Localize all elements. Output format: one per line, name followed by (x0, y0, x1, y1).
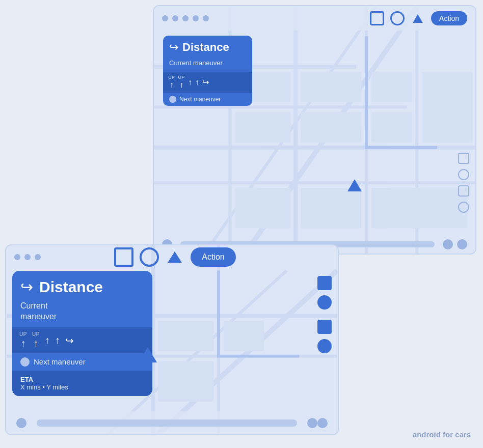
small-map-marker (139, 347, 157, 362)
b-dot-3 (457, 239, 467, 249)
small-b-dot-2 (307, 418, 317, 428)
svg-rect-16 (371, 112, 412, 143)
lane-3: ↑ (188, 77, 192, 87)
large-screen-top-bar: Action (154, 6, 475, 31)
small-bottom-bar-center (37, 419, 297, 427)
small-screen-bottom-bar (6, 411, 338, 434)
lane-4-arrow: ↑ (195, 78, 199, 87)
nav-large-next: Next maneuver (12, 353, 152, 371)
lane-1: UP ↑ (168, 75, 175, 90)
svg-rect-30 (224, 321, 264, 351)
s-dot-1 (14, 254, 20, 260)
turn-arrow-icon-large: ↪ (20, 278, 33, 296)
next-maneuver-row: Next maneuver (163, 93, 252, 106)
brand-text: android for cars (413, 430, 471, 439)
dot-3 (182, 15, 189, 21)
lg-lane-3-arrow: ↑ (45, 334, 50, 346)
small-screen-top-bar: Action (6, 245, 338, 269)
lg-lane-5-arrow: ↪ (65, 334, 74, 347)
right-circle-btn[interactable] (458, 169, 469, 180)
nav-header: ↪ Distance (163, 36, 252, 58)
lanes-row: UP ↑ UP ↑ ↑ ↑ ↪ (163, 72, 252, 93)
small-b-dot-3 (317, 418, 328, 428)
right-square2-btn[interactable] (458, 185, 469, 197)
map-sq-btn-2[interactable] (317, 320, 332, 334)
svg-rect-18 (235, 188, 290, 228)
eta-title: ETA (20, 376, 144, 383)
lg-lane-2-label: UP (32, 331, 40, 337)
action-button-large[interactable]: Action (431, 11, 467, 25)
square-icon-btn[interactable] (370, 11, 384, 25)
svg-rect-15 (371, 72, 412, 102)
small-screen: Action ↪ Distance Currentmaneuver UP ↑ U… (5, 244, 339, 435)
small-square-btn[interactable] (114, 247, 133, 267)
dot-4 (193, 15, 199, 21)
map-nav-marker (347, 179, 362, 191)
lg-lane-5: ↪ (65, 334, 74, 347)
lane-1-label: UP (168, 75, 175, 80)
lane-5-arrow: ↪ (202, 77, 209, 87)
small-b-dot-1 (16, 418, 26, 428)
next-dot-large (20, 357, 30, 367)
nav-large-title: Distance (39, 278, 103, 296)
dot-2 (172, 15, 178, 21)
action-button-small[interactable]: Action (191, 247, 235, 267)
lg-lane-2: UP ↑ (32, 331, 40, 349)
nav-large-subtitle: Currentmaneuver (12, 300, 152, 327)
right-side-icons (458, 153, 469, 213)
lg-lane-4: ↑ (55, 334, 60, 346)
s-dot-3 (35, 254, 41, 260)
lg-lane-2-arrow: ↑ (33, 338, 38, 349)
large-screen: Action ↪ Distance Current maneuver UP ↑ … (153, 5, 476, 255)
lane-2: UP ↑ (178, 75, 185, 90)
lg-lane-1-arrow: ↑ (20, 338, 25, 349)
s-dot-2 (24, 254, 31, 260)
dot-5 (203, 15, 209, 21)
small-triangle-icon (168, 251, 182, 263)
right-circle2-btn[interactable] (458, 202, 469, 213)
svg-rect-17 (422, 72, 472, 143)
eta-value: X mins • Y miles (20, 383, 144, 391)
nav-large-header: ↪ Distance (12, 271, 152, 300)
lg-lane-3: ↑ (45, 334, 50, 346)
nav-current-maneuver: Current maneuver (163, 58, 252, 72)
map-ci-btn-1[interactable] (317, 295, 332, 310)
lg-lane-1-label: UP (19, 331, 27, 337)
triangle-icon-btn[interactable] (411, 11, 425, 25)
svg-rect-19 (301, 188, 361, 228)
map-right-btns (317, 276, 332, 353)
svg-rect-29 (158, 361, 213, 402)
next-maneuver-dot (169, 96, 176, 103)
eta-section: ETA X mins • Y miles (12, 371, 152, 396)
bottom-right-dots (443, 239, 467, 249)
brand-suffix: for cars (443, 430, 471, 439)
dot-1 (162, 15, 168, 21)
svg-rect-28 (158, 321, 213, 351)
lg-lane-4-arrow: ↑ (55, 334, 60, 346)
lg-lane-1: UP ↑ (19, 331, 27, 349)
next-maneuver-text: Next maneuver (179, 96, 221, 103)
lane-2-label: UP (178, 75, 185, 80)
nav-widget-large: ↪ Distance Currentmaneuver UP ↑ UP ↑ ↑ ↑ (12, 271, 152, 396)
map-sq-btn-1[interactable] (317, 276, 332, 290)
lane-2-arrow: ↑ (179, 80, 183, 90)
nav-widget-small: ↪ Distance Current maneuver UP ↑ UP ↑ ↑ … (163, 36, 252, 106)
small-circle-btn[interactable] (140, 247, 159, 267)
turn-arrow-icon: ↪ (169, 41, 178, 54)
nav-distance-title: Distance (182, 41, 229, 54)
small-triangle-btn[interactable] (165, 247, 184, 267)
nav-large-lanes: UP ↑ UP ↑ ↑ ↑ ↪ (12, 327, 152, 353)
right-square-btn[interactable] (458, 153, 469, 164)
next-maneuver-text-large: Next maneuver (34, 357, 86, 366)
svg-rect-20 (371, 188, 467, 228)
top-left-dots (162, 15, 209, 21)
svg-rect-13 (301, 72, 361, 102)
small-top-left-dots (14, 254, 41, 260)
svg-rect-12 (235, 112, 290, 143)
map-ci-btn-2[interactable] (317, 339, 332, 353)
circle-icon-btn[interactable] (390, 11, 405, 25)
small-toolbar-icons: Action (114, 247, 235, 267)
svg-rect-14 (301, 112, 361, 143)
lane-5: ↪ (202, 77, 209, 87)
toolbar-icons: Action (370, 11, 467, 25)
